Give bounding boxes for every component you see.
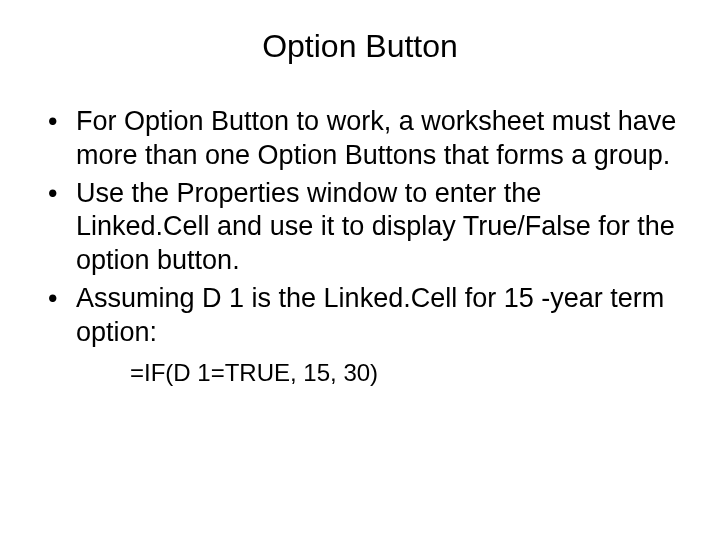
bullet-item: Assuming D 1 is the Linked.Cell for 15 -… — [48, 282, 680, 350]
bullet-item: For Option Button to work, a worksheet m… — [48, 105, 680, 173]
slide-title: Option Button — [40, 28, 680, 65]
formula-text: =IF(D 1=TRUE, 15, 30) — [130, 357, 680, 388]
bullet-item: Use the Properties window to enter the L… — [48, 177, 680, 278]
slide: Option Button For Option Button to work,… — [0, 0, 720, 540]
bullet-list: For Option Button to work, a worksheet m… — [40, 105, 680, 349]
